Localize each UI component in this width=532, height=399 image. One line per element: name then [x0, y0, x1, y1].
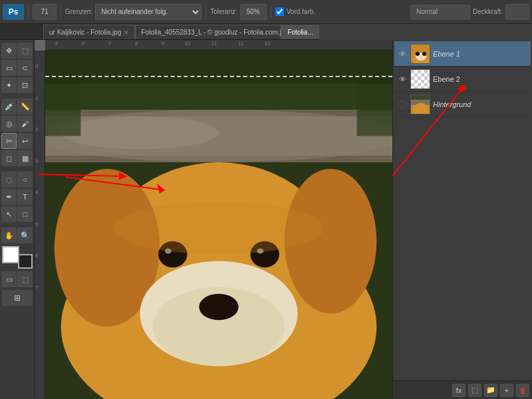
ruler-v-3: 3: [35, 159, 38, 164]
layer-1-name: Ebene 1: [433, 50, 528, 58]
lasso-tool[interactable]: ⊂: [17, 60, 33, 76]
hand-tools-row: ✋ 🔍: [1, 227, 33, 243]
standard-mode[interactable]: ▭: [1, 271, 17, 287]
svg-point-5: [61, 116, 219, 149]
tab-1-label: ur Kaljikovic - Fotolia.jpg: [49, 29, 121, 36]
svg-rect-32: [418, 70, 421, 73]
pen-tools-row: ✒ T: [1, 189, 33, 205]
wand-tools-row: ✦ ⊡: [1, 77, 33, 93]
new-group-button[interactable]: 📁: [484, 384, 497, 397]
pen-tool[interactable]: ✒: [1, 189, 17, 205]
toleranz-label: Toleranz:: [210, 8, 237, 15]
eraser-tools-row: ◻ ▦: [1, 150, 33, 166]
main-layout: ✥ ⬚ ▭ ⊂ ✦ ⊡ 💉 📏 ◎ 🖌 ✄ ↩ ◻ ▦ ◌: [0, 40, 532, 399]
svg-rect-39: [424, 76, 428, 80]
canvas-area: 5 6 7 8 9 10 11 12 13 0 1 2 3 4 5 6 7: [35, 40, 392, 399]
crop-tool[interactable]: ⊡: [17, 77, 33, 93]
brush-tool[interactable]: 🖌: [17, 116, 33, 132]
background-color[interactable]: [18, 254, 33, 269]
artboard-tool[interactable]: ⬚: [17, 43, 33, 59]
fx-button[interactable]: fx: [452, 384, 466, 397]
layer-3-visibility[interactable]: ◯: [397, 99, 408, 110]
layer-item-3[interactable]: ◯ Hintergrund: [394, 92, 531, 117]
tab-1-close[interactable]: ✕: [124, 29, 129, 36]
ps-logo[interactable]: Ps: [3, 4, 24, 20]
ruler-h-9: 9: [162, 41, 164, 46]
eyedropper-tool[interactable]: 💉: [1, 98, 17, 114]
opacity-input[interactable]: [505, 4, 529, 20]
tools-panel: ✥ ⬚ ▭ ⊂ ✦ ⊡ 💉 📏 ◎ 🖌 ✄ ↩ ◻ ▦ ◌: [0, 40, 35, 399]
ruler-v-1: 1: [35, 96, 38, 100]
ruler-v-0: 0: [35, 64, 38, 68]
svg-rect-45: [424, 83, 428, 86]
screen-mode-btn[interactable]: ⊞: [2, 290, 33, 306]
clone-stamp-tool[interactable]: ✄: [1, 133, 17, 149]
vordfarb-checkbox[interactable]: [275, 7, 284, 16]
svg-point-28: [416, 52, 420, 56]
layer-2-visibility[interactable]: 👁: [397, 74, 408, 84]
ruler-h-5: 5: [55, 41, 58, 46]
vordfarb-label: Vord.farb.: [287, 8, 315, 15]
blur-tool[interactable]: ◌: [1, 172, 17, 188]
svg-point-17: [114, 201, 324, 254]
marquee-tools-row: ▭ ⊂: [1, 60, 33, 76]
layer-item-1[interactable]: 👁 Ebene 1: [394, 41, 531, 66]
ruler-v-4: 4: [35, 190, 38, 195]
tabs-row: ur Kaljikovic - Fotolia.jpg ✕ Fotolia_40…: [0, 24, 319, 40]
selection-line: [45, 76, 392, 77]
type-tool[interactable]: T: [17, 189, 33, 205]
zoom-tool[interactable]: 🔍: [17, 227, 33, 243]
separator3: [205, 5, 206, 19]
layer-3-thumb: [410, 94, 430, 114]
layer-item-2[interactable]: 👁: [394, 66, 531, 92]
blur-tools-row: ◌ ○: [1, 172, 33, 188]
foreground-color[interactable]: [2, 246, 19, 263]
right-panel: 👁 Ebene 1 👁: [392, 40, 532, 399]
tab-1[interactable]: ur Kaljikovic - Fotolia.jpg ✕: [43, 25, 135, 39]
dog-image: [45, 51, 392, 399]
svg-rect-48: [428, 86, 430, 89]
dodge-tool[interactable]: ○: [17, 172, 33, 188]
tab-3[interactable]: Fotolia...: [281, 25, 319, 39]
spot-heal-tool[interactable]: ◎: [1, 116, 17, 132]
shape-tool[interactable]: □: [17, 206, 33, 222]
quick-mask-mode[interactable]: ⬚: [17, 271, 33, 287]
canvas-content: [45, 51, 392, 399]
add-mask-button[interactable]: ⬚: [468, 384, 481, 397]
svg-rect-41: [421, 80, 424, 83]
delete-layer-button[interactable]: 🗑: [516, 384, 529, 397]
history-brush-tool[interactable]: ↩: [17, 133, 33, 149]
ruler-h-8: 8: [135, 41, 138, 46]
ruler-v-5: 5: [35, 222, 38, 227]
tab-2[interactable]: Fotolia_40552833_L - © goodluz - Fotolia…: [135, 25, 281, 39]
brush-size-input[interactable]: 71: [33, 4, 57, 20]
magic-wand-tool[interactable]: ✦: [1, 77, 17, 93]
svg-rect-37: [411, 76, 414, 80]
dog-svg: [45, 51, 392, 399]
move-tool[interactable]: ✥: [1, 43, 17, 59]
svg-rect-31: [411, 70, 414, 73]
mode-select-inline[interactable]: Normal: [410, 5, 470, 19]
color-swatches: [2, 246, 33, 269]
path-select-tool[interactable]: ↖: [1, 206, 17, 222]
new-layer-button[interactable]: +: [500, 384, 513, 397]
gradient-tool[interactable]: ▦: [17, 150, 33, 166]
ruler-top: 5 6 7 8 9 10 11 12 13: [45, 40, 392, 51]
select-tools-row: ✥ ⬚: [1, 43, 33, 59]
ruler-h-11: 11: [211, 41, 217, 46]
toleranz-value[interactable]: 50%: [240, 4, 267, 20]
svg-rect-35: [421, 73, 424, 76]
ruler-h-12: 12: [238, 41, 243, 46]
separator2: [61, 5, 61, 19]
rect-marquee-tool[interactable]: ▭: [1, 60, 17, 76]
ruler-h-10: 10: [185, 41, 190, 46]
hand-tool[interactable]: ✋: [1, 227, 17, 243]
grenzen-select[interactable]: Nicht aufeinander folg.: [95, 4, 201, 20]
eraser-tool[interactable]: ◻: [1, 150, 17, 166]
layer-2-thumb: [410, 69, 430, 89]
tab-3-label: Fotolia...: [287, 29, 313, 36]
layer-1-visibility[interactable]: 👁: [397, 49, 408, 59]
svg-point-29: [422, 52, 426, 56]
layers-list: 👁 Ebene 1 👁: [393, 40, 532, 380]
ruler-tool-btn[interactable]: 📏: [17, 98, 33, 114]
